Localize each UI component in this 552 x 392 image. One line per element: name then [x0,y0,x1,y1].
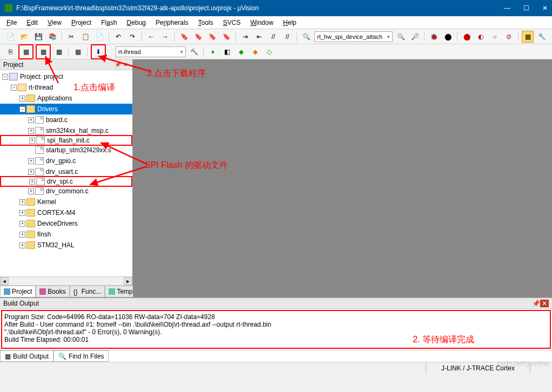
tree-group-cortex[interactable]: +CORTEX-M4 [0,207,132,218]
books-icon[interactable]: ◇ [263,46,275,58]
window-layout-icon[interactable]: ▦ [522,31,534,43]
tab-functions[interactable]: {}Func... [70,286,105,297]
expander-icon[interactable]: + [28,158,34,164]
save-all-icon[interactable]: 📚 [46,31,58,43]
tree-file-spi-flash-init[interactable]: +spi_flash_init.c [0,135,132,146]
tree-file[interactable]: +board.c [0,114,132,125]
expander-icon[interactable]: + [29,179,35,185]
kill-bp-icon[interactable]: ⊘ [503,31,515,43]
expander-icon[interactable]: − [11,85,17,91]
disable-bp-icon[interactable]: ○ [489,31,501,43]
download-icon[interactable]: ⬇ [92,46,104,58]
project-tree[interactable]: − Project: project − rt-thread + Applica… [0,70,132,276]
select-packs-icon[interactable]: ◧ [221,46,233,58]
tree-group-drivers[interactable]: − Drivers [0,104,132,114]
minimize-button[interactable]: — [504,4,510,12]
bookmark-prev-icon[interactable]: 🔖 [192,31,204,43]
comment-icon[interactable]: // [267,31,279,43]
tab-project[interactable]: Project [0,286,36,297]
pin-icon[interactable]: 📌 [532,300,540,307]
debug-icon[interactable]: 🐞 [428,31,440,43]
close-panel-icon[interactable]: ✕ [540,300,549,307]
build-output-text[interactable]: Program Size: Code=64996 RO-data=11036 R… [1,310,551,349]
nav-back-icon[interactable]: ← [145,31,157,43]
menu-view[interactable]: View [48,19,62,26]
menu-help[interactable]: Help [283,19,297,26]
tree-file[interactable]: +drv_usart.c [0,166,132,177]
tree-file[interactable]: +drv_gpio.c [0,156,132,166]
build-icon[interactable]: ▦ [20,46,32,58]
expander-icon[interactable]: + [29,138,35,144]
tree-root[interactable]: − Project: project [0,71,132,82]
tree-file-drv-spi[interactable]: +drv_spi.c [0,176,132,187]
bookmark-icon[interactable]: 🔖 [178,31,190,43]
expander-icon[interactable]: + [19,221,25,227]
menu-project[interactable]: Project [71,19,91,26]
tab-find-in-files[interactable]: 🔍Find In Files [53,350,109,362]
tree-file[interactable]: startup_stm32f429xx.s [0,145,132,156]
expander-icon[interactable]: − [19,106,25,112]
target-combo[interactable]: rt-thread [116,46,186,57]
translate-icon[interactable]: ⎘ [4,46,16,58]
menu-tools[interactable]: Tools [198,19,213,26]
scroll-right-icon[interactable]: ► [124,277,132,285]
menu-flash[interactable]: Flash [101,19,117,26]
new-file-icon[interactable]: 📄 [4,31,16,43]
expander-icon[interactable]: + [28,128,34,134]
copy-icon[interactable]: 📋 [79,31,91,43]
tree-file[interactable]: +stm32f4xx_hal_msp.c [0,125,132,136]
tree-group-devicedrivers[interactable]: +DeviceDrivers [0,218,132,229]
cut-icon[interactable]: ✂ [65,31,77,43]
pin-icon[interactable]: 📌 [114,62,122,67]
pack-installer-icon[interactable]: ◆ [235,46,247,58]
expander-icon[interactable]: + [28,169,34,175]
incremental-find-icon[interactable]: 🔎 [409,31,421,43]
expander-icon[interactable]: + [19,199,25,205]
enable-bp-icon[interactable]: ◐ [475,31,487,43]
rebuild-icon[interactable]: ▦ [37,46,49,58]
insert-remove-bp-icon[interactable]: ⬤ [461,31,473,43]
uncomment-icon[interactable]: // [281,31,293,43]
bookmark-clear-icon[interactable]: 🔖 [220,31,232,43]
bookmark-next-icon[interactable]: 🔖 [206,31,218,43]
indent-icon[interactable]: ⇥ [239,31,251,43]
menu-edit[interactable]: Edit [26,19,38,26]
expander-icon[interactable]: + [19,210,25,216]
maximize-button[interactable]: ☐ [523,4,529,12]
expander-icon[interactable]: + [19,232,25,238]
expander-icon[interactable]: + [28,188,34,194]
build-batch-icon[interactable]: ▦ [53,46,65,58]
tree-file[interactable]: +drv_common.c [0,186,132,197]
tree-group-applications[interactable]: + Applications [0,93,132,104]
menu-window[interactable]: Window [250,19,273,26]
stop-build-icon[interactable]: ▦ [72,46,84,58]
find-combo[interactable]: rt_hw_spi_device_attach [314,31,393,42]
menu-peripherals[interactable]: Peripherals [156,19,189,26]
expander-icon[interactable]: + [19,96,25,102]
tree-group-stm32hal[interactable]: +STM32_HAL [0,240,132,251]
tree-target[interactable]: − rt-thread [0,82,132,93]
nav-fwd-icon[interactable]: → [159,31,171,43]
save-icon[interactable]: 💾 [32,31,44,43]
undo-icon[interactable]: ↶ [112,31,124,43]
tree-group-finsh[interactable]: +finsh [0,229,132,240]
close-panel-icon[interactable]: ✕ [122,62,129,67]
menu-file[interactable]: File [6,19,17,26]
find-icon[interactable]: 🔍 [300,31,312,43]
menu-svcs[interactable]: SVCS [223,19,241,26]
scroll-left-icon[interactable]: ◄ [0,277,9,285]
menu-debug[interactable]: Debug [127,19,146,26]
find-in-files-icon[interactable]: 🔍 [395,31,407,43]
manage-project-icon[interactable]: ♦ [207,46,219,58]
expander-icon[interactable]: + [19,242,25,248]
close-button[interactable]: ✕ [542,4,548,12]
target-options-icon[interactable]: 🔨 [188,46,200,58]
outdent-icon[interactable]: ⇤ [253,31,265,43]
configure-icon[interactable]: 🔧 [536,31,548,43]
project-hscrollbar[interactable]: ◄ ► [0,276,132,285]
breakpoint-icon[interactable]: ⬤ [442,31,454,43]
expander-icon[interactable]: − [2,74,8,80]
tab-books[interactable]: Books [36,286,69,297]
redo-icon[interactable]: ↷ [126,31,138,43]
manage-rte-icon[interactable]: ◆ [249,46,261,58]
